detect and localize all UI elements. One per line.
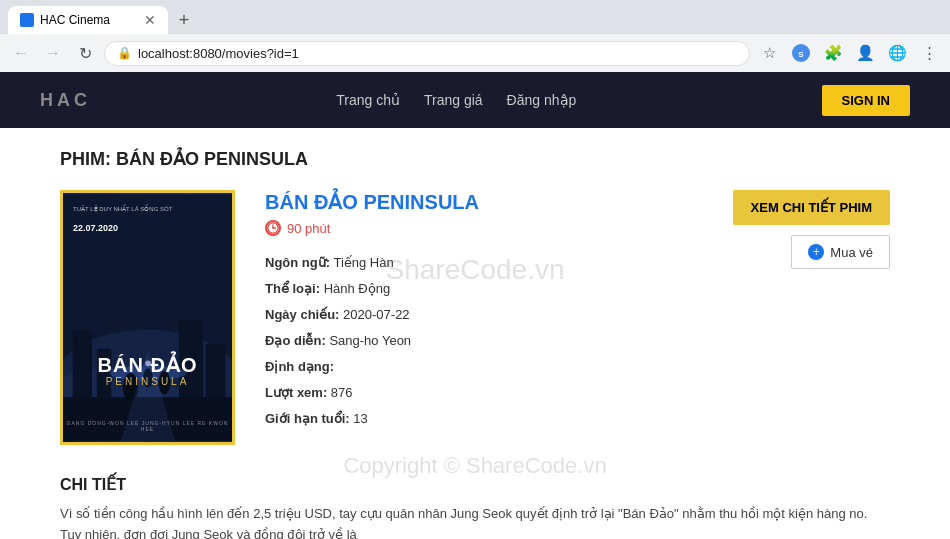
- extension4-icon[interactable]: 🌐: [884, 40, 910, 66]
- language-value: Tiếng Hàn: [333, 255, 393, 270]
- extension1-icon[interactable]: S: [788, 40, 814, 66]
- extension3-icon[interactable]: 👤: [852, 40, 878, 66]
- poster-sub-title: PENINSULA: [63, 376, 232, 387]
- address-bar[interactable]: 🔒 localhost:8080/movies?id=1: [104, 41, 750, 66]
- movie-meta: Ngôn ngữ: Tiếng Hàn Thể loại: Hành Động …: [265, 250, 700, 432]
- tab-close-button[interactable]: ✕: [144, 12, 156, 28]
- svg-text:S: S: [798, 50, 804, 59]
- tab-title: HAC Cinema: [40, 13, 110, 27]
- age-label: Giới hạn tuổi:: [265, 411, 350, 426]
- site-header: HAC Trang chủ Trang giá Đăng nhập SIGN I…: [0, 72, 950, 128]
- lock-icon: 🔒: [117, 46, 132, 60]
- poster-top-text: TUẬT LỆ DUY NHẤT LÀ SỐNG SÓT: [73, 205, 172, 213]
- genre-row: Thể loại: Hành Động: [265, 276, 700, 302]
- back-button[interactable]: ←: [8, 40, 34, 66]
- active-tab[interactable]: HAC Cinema ✕: [8, 6, 168, 34]
- views-row: Lượt xem: 876: [265, 380, 700, 406]
- movie-detail: TUẬT LỆ DUY NHẤT LÀ SỐNG SÓT 22.07.2020 …: [60, 190, 890, 445]
- section-desc: Vì số tiền công hầu hình lên đến 2,5 tri…: [60, 504, 890, 539]
- tab-favicon: [20, 13, 34, 27]
- browser-toolbar-icons: ☆ S 🧩 👤 🌐 ⋮: [756, 40, 942, 66]
- browser-toolbar: ← → ↻ 🔒 localhost:8080/movies?id=1 ☆ S 🧩…: [0, 34, 950, 72]
- showdate-label: Ngày chiếu:: [265, 307, 339, 322]
- clock-icon: [265, 220, 281, 236]
- movie-poster: TUẬT LỆ DUY NHẤT LÀ SỐNG SÓT 22.07.2020 …: [60, 190, 235, 445]
- poster-cast: GANG DONG-WON LEE JUNG-HYUN LEE RE KWON …: [63, 420, 232, 432]
- buy-label: Mua vé: [830, 245, 873, 260]
- forward-button[interactable]: →: [40, 40, 66, 66]
- new-tab-button[interactable]: +: [170, 6, 198, 34]
- format-label: Định dạng:: [265, 359, 334, 374]
- poster-inner: TUẬT LỆ DUY NHẤT LÀ SỐNG SÓT 22.07.2020 …: [63, 193, 232, 442]
- movie-actions: XEM CHI TIẾT PHIM + Mua vé: [730, 190, 890, 269]
- genre-label: Thể loại:: [265, 281, 320, 296]
- showdate-value: 2020-07-22: [343, 307, 410, 322]
- age-value: 13: [353, 411, 367, 426]
- age-row: Giới hạn tuổi: 13: [265, 406, 700, 432]
- language-label: Ngôn ngữ:: [265, 255, 330, 270]
- views-label: Lượt xem:: [265, 385, 327, 400]
- site-nav: Trang chủ Trang giá Đăng nhập: [336, 92, 576, 108]
- sign-in-button[interactable]: SIGN IN: [822, 85, 910, 116]
- nav-home[interactable]: Trang chủ: [336, 92, 400, 108]
- section-title: CHI TIẾT: [60, 475, 890, 494]
- director-label: Đạo diễn:: [265, 333, 326, 348]
- detail-button[interactable]: XEM CHI TIẾT PHIM: [733, 190, 890, 225]
- duration-text: 90 phút: [287, 221, 330, 236]
- browser-tabs: HAC Cinema ✕ +: [8, 6, 942, 34]
- extension2-icon[interactable]: 🧩: [820, 40, 846, 66]
- main-content: PHIM: BÁN ĐẢO PENINSULA: [0, 128, 950, 539]
- url-text: localhost:8080/movies?id=1: [138, 46, 299, 61]
- menu-icon[interactable]: ⋮: [916, 40, 942, 66]
- site-logo: HAC: [40, 90, 91, 111]
- movie-title: BÁN ĐẢO PENINSULA: [265, 190, 700, 214]
- plus-circle-icon: +: [808, 244, 824, 260]
- nav-login[interactable]: Đăng nhập: [507, 92, 577, 108]
- poster-title-area: BÁN ĐẢO PENINSULA: [63, 354, 232, 387]
- movie-duration: 90 phút: [265, 220, 700, 236]
- showdate-row: Ngày chiếu: 2020-07-22: [265, 302, 700, 328]
- director-row: Đạo diễn: Sang-ho Yeon: [265, 328, 700, 354]
- browser-chrome: HAC Cinema ✕ +: [0, 0, 950, 34]
- buy-ticket-button[interactable]: + Mua vé: [791, 235, 890, 269]
- language-row: Ngôn ngữ: Tiếng Hàn: [265, 250, 700, 276]
- genre-value: Hành Động: [324, 281, 391, 296]
- poster-main-title: BÁN ĐẢO: [63, 354, 232, 376]
- movie-info: BÁN ĐẢO PENINSULA 90 phút Ngôn ngữ: Tiến…: [265, 190, 700, 432]
- views-value: 876: [331, 385, 353, 400]
- nav-pricing[interactable]: Trang giá: [424, 92, 483, 108]
- format-row: Định dạng:: [265, 354, 700, 380]
- director-value: Sang-ho Yeon: [329, 333, 411, 348]
- poster-date: 22.07.2020: [73, 223, 118, 233]
- page-title: PHIM: BÁN ĐẢO PENINSULA: [60, 148, 890, 170]
- bookmark-icon[interactable]: ☆: [756, 40, 782, 66]
- refresh-button[interactable]: ↻: [72, 40, 98, 66]
